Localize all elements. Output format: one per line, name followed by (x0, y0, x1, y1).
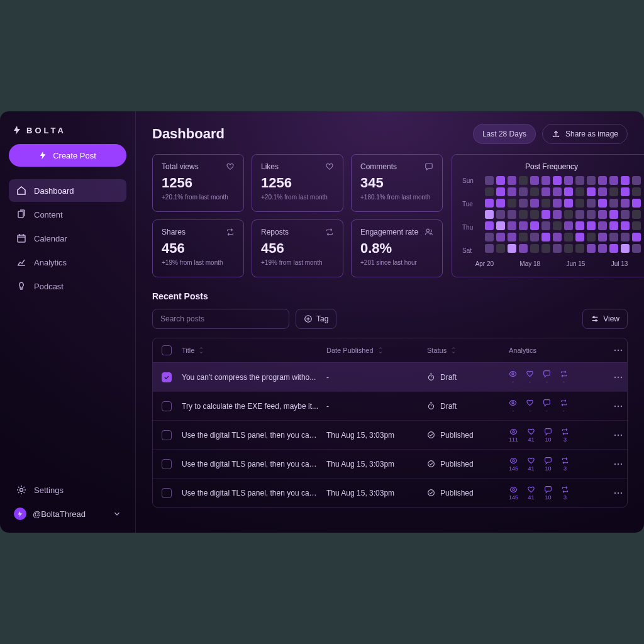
stat-value: 456 (261, 240, 334, 257)
row-date: Thu Aug 15, 3:03pm (323, 489, 423, 497)
gear-icon (16, 485, 26, 495)
row-more[interactable] (606, 459, 628, 469)
heatmap-cell (632, 176, 641, 185)
heatmap-cell (519, 244, 528, 253)
bolt-icon (13, 125, 23, 135)
metric: 3 (561, 457, 569, 472)
date-range-label: Last 28 Days (482, 130, 526, 138)
heart-icon (527, 486, 535, 494)
check-icon (427, 431, 435, 439)
heatmap-cell (621, 187, 630, 196)
heatmap-cell (587, 187, 596, 196)
sliders-icon (591, 314, 599, 323)
heatmap-cell (496, 221, 505, 230)
heatmap-cell (508, 210, 516, 219)
tag-label: Tag (316, 314, 328, 323)
row-checkbox[interactable] (162, 401, 172, 411)
heatmap-cell (632, 244, 641, 253)
table-row[interactable]: Try to calculate the EXE feed, maybe it.… (153, 391, 627, 420)
tag-button[interactable]: Tag (296, 309, 336, 329)
col-status[interactable]: Status (423, 347, 505, 354)
select-all-checkbox[interactable] (162, 345, 172, 355)
heatmap-cell (519, 233, 528, 242)
heatmap-cell (496, 233, 505, 242)
row-status: Published (423, 489, 505, 497)
heatmap-cell (541, 199, 550, 208)
heatmap-cell (519, 210, 528, 219)
account-switcher[interactable]: @BoltaThread (9, 504, 126, 524)
sort-icon (377, 347, 384, 353)
table-row[interactable]: Use the digital TLS panel, then you can.… (153, 420, 627, 449)
share-image-button[interactable]: Share as image (542, 124, 628, 144)
sidebar-item-podcast[interactable]: Podcast (9, 275, 126, 297)
heatmap-cell (621, 199, 630, 208)
heatmap-cell (564, 187, 573, 196)
comment-icon (425, 162, 433, 171)
sidebar: BOLTA Create Post DashboardContentCalend… (0, 111, 136, 533)
heatmap-cell (587, 233, 596, 242)
heatmap-cell (598, 221, 607, 230)
heatmap-cell (485, 233, 494, 242)
heatmap-cell (575, 221, 584, 230)
row-checkbox[interactable] (162, 459, 172, 469)
row-date: Thu Aug 15, 3:03pm (323, 460, 423, 469)
comment-icon (543, 399, 551, 407)
view-button[interactable]: View (582, 309, 628, 329)
metric: 10 (544, 457, 552, 472)
table-row[interactable]: Use the digital TLS panel, then you can.… (153, 478, 627, 507)
row-checkbox[interactable] (162, 372, 172, 382)
sidebar-item-content[interactable]: Content (9, 203, 126, 226)
row-date: - (323, 402, 423, 411)
heatmap-cell (564, 199, 573, 208)
more-icon (613, 488, 623, 498)
day-labels: SunTueThuSat (462, 176, 481, 255)
heart-icon (325, 162, 334, 171)
repeat-icon (561, 428, 569, 436)
eye-icon (509, 486, 518, 494)
row-analytics: ---- (505, 399, 606, 414)
heatmap-cell (519, 199, 528, 208)
heatmap-cell (564, 221, 573, 230)
table-row[interactable]: You can't compress the program witho... … (153, 362, 627, 391)
heatmap-cell (530, 176, 539, 185)
row-more[interactable] (606, 488, 628, 498)
row-checkbox[interactable] (162, 488, 172, 498)
heatmap-cell (575, 199, 584, 208)
heatmap-cell (598, 176, 607, 185)
stat-label: Likes (261, 162, 279, 171)
stat-card: Reposts456+19% from last month (252, 219, 343, 277)
metric: - (509, 370, 517, 385)
col-title[interactable]: Title (178, 347, 323, 354)
search-input[interactable] (152, 309, 289, 329)
share-label: Share as image (565, 130, 618, 138)
heatmap-cell (530, 244, 539, 253)
heatmap-cell (598, 199, 607, 208)
sidebar-item-dashboard[interactable]: Dashboard (9, 179, 126, 202)
date-range-button[interactable]: Last 28 Days (473, 124, 536, 144)
heatmap-cell (496, 244, 505, 253)
repeat-icon (560, 399, 568, 407)
stat-card: Comments345+180.1% from last month (351, 154, 443, 212)
row-more[interactable] (606, 430, 628, 440)
heatmap-cell (541, 221, 550, 230)
sidebar-item-settings[interactable]: Settings (9, 479, 126, 501)
heatmap-cell (564, 233, 573, 242)
heatmap-cell (519, 187, 528, 196)
sidebar-item-analytics[interactable]: Analytics (9, 251, 126, 274)
brand: BOLTA (9, 121, 126, 144)
row-checkbox[interactable] (162, 430, 172, 440)
more-icon (613, 459, 623, 469)
table-row[interactable]: Use the digital TLS panel, then you can.… (153, 449, 627, 478)
metric: 3 (561, 486, 569, 501)
metric: - (543, 399, 551, 414)
stat-label: Engagement rate (360, 228, 418, 236)
row-more[interactable] (606, 401, 628, 411)
create-post-button[interactable]: Create Post (9, 144, 126, 167)
row-more[interactable] (606, 372, 628, 382)
heatmap-cell (575, 210, 584, 219)
heatmap-cell (564, 244, 573, 253)
col-date[interactable]: Date Published (323, 347, 423, 354)
header-more[interactable] (606, 345, 628, 355)
stat-delta: +19% from last month (162, 259, 235, 266)
sidebar-item-calendar[interactable]: Calendar (9, 227, 126, 250)
